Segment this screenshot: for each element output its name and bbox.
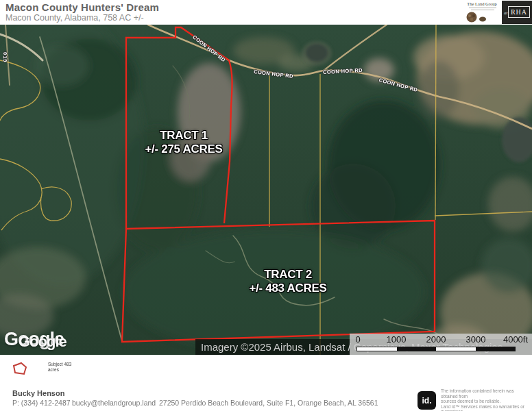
road-number-label: 019 bbox=[2, 52, 8, 63]
land-group-logo-text: The Land Group bbox=[462, 1, 502, 6]
subject-polygon-icon bbox=[11, 361, 29, 376]
disclaimer-line: Land id™ Services makes no warranties or… bbox=[441, 404, 530, 411]
tract-1-label: TRACT 1 +/- 275 ACRES bbox=[125, 129, 242, 156]
page-title: Macon County Hunters' Dream bbox=[5, 1, 159, 13]
map-canvas: TRACT 1 +/- 275 ACRES TRACT 2 +/- 483 AC… bbox=[0, 25, 532, 355]
agent-name: Bucky Henson bbox=[12, 389, 64, 397]
logo-rule bbox=[469, 8, 496, 8]
landid-logo: id. bbox=[418, 391, 436, 410]
agent-email[interactable]: bucky@thelandgroup.land bbox=[72, 399, 156, 407]
scale-tick: 2000 bbox=[426, 334, 446, 345]
disclaimer: The information contained herein was obt… bbox=[441, 388, 530, 411]
rha-logo: at RHA bbox=[502, 1, 532, 24]
legend-subject-label: Subject 483 acres bbox=[48, 362, 71, 373]
tract-2-acres: +/- 483 ACRES bbox=[223, 282, 353, 295]
scale-bar-segments bbox=[356, 347, 516, 351]
scale-tick: 3000 bbox=[466, 334, 486, 345]
legend-subject-line1: Subject 483 bbox=[48, 362, 71, 367]
legend-subject-line2: acres bbox=[48, 367, 71, 373]
listing-map-page: Macon County Hunters' Dream Macon County… bbox=[0, 0, 532, 411]
header: Macon County Hunters' Dream Macon County… bbox=[0, 0, 532, 25]
footer: Bucky Henson P: (334) 412-2487 bucky@the… bbox=[0, 383, 532, 411]
google-watermark: Google bbox=[19, 333, 66, 351]
tract-1-acres: +/- 275 ACRES bbox=[125, 142, 242, 156]
scale-tick: 1000 bbox=[387, 334, 407, 345]
disclaimer-line: The information contained herein was obt… bbox=[441, 388, 530, 399]
page-subtitle: Macon County, Alabama, 758 AC +/- bbox=[5, 13, 144, 23]
scale-bar: 0 1000 2000 3000 4000ft bbox=[350, 334, 532, 355]
scale-tick: 4000ft bbox=[503, 334, 528, 345]
rha-mark: RHA bbox=[508, 6, 530, 18]
land-group-logo: The Land Group bbox=[462, 0, 502, 25]
tract-2-name: TRACT 2 bbox=[223, 268, 353, 282]
brand-logos: The Land Group at RHA bbox=[462, 0, 532, 25]
tract-1-name: TRACT 1 bbox=[125, 129, 242, 142]
agent-phone: P: (334) 412-2487 bbox=[12, 399, 71, 407]
rha-at-text: at bbox=[504, 10, 507, 16]
legend: Subject 483 acres bbox=[0, 355, 532, 383]
pinecone-icon bbox=[462, 10, 502, 24]
office-address: 27250 Perdido Beach Boulevard, Suite F1,… bbox=[159, 399, 378, 407]
disclaimer-line: sources deemed to be reliable. bbox=[441, 399, 530, 404]
scale-tick: 0 bbox=[355, 334, 360, 345]
tract-2-label: TRACT 2 +/- 483 ACRES bbox=[223, 268, 353, 295]
